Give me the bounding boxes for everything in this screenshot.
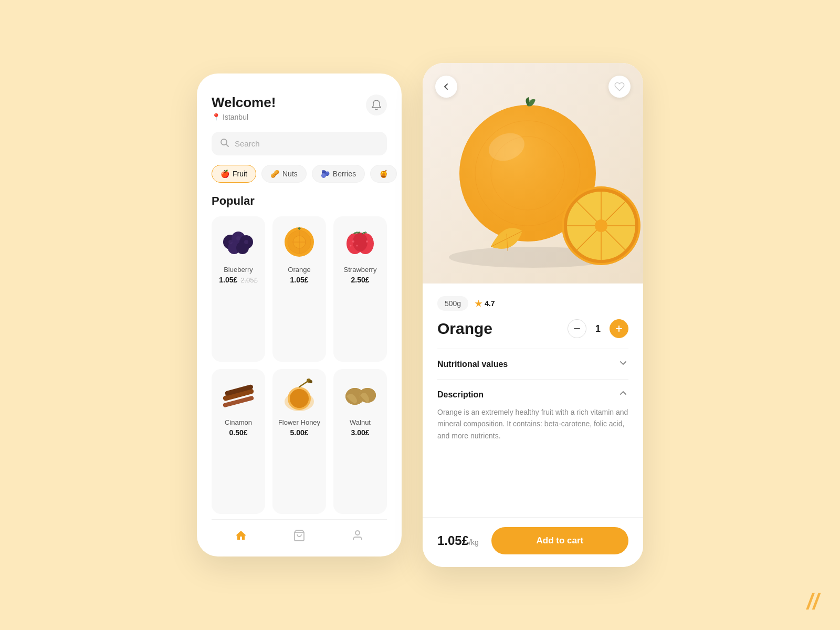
- favorite-button[interactable]: [608, 76, 631, 98]
- product-prices-flower-honey: 5.00£: [290, 428, 308, 437]
- product-card-strawberry[interactable]: Strawberry 2.50£: [333, 216, 387, 362]
- svg-point-7: [236, 236, 240, 240]
- svg-point-21: [350, 245, 352, 247]
- product-prices-strawberry: 2.50£: [351, 276, 369, 284]
- notification-bell-button[interactable]: [366, 94, 387, 116]
- bottom-bar: 1.05£/kg Add to cart: [423, 517, 643, 567]
- price-current-blueberry: 1.05£: [219, 276, 237, 284]
- description-label: Description: [437, 390, 484, 400]
- quantity-control: 1: [568, 319, 628, 338]
- product-card-cinnamon[interactable]: Cinamon 0.50£: [212, 369, 265, 514]
- product-prices-cinnamon: 0.50£: [229, 428, 247, 437]
- product-image-walnut: [339, 376, 381, 413]
- berries-emoji: 🫐: [321, 170, 330, 178]
- fruit-emoji: 🍎: [220, 170, 229, 178]
- product-name-blueberry: Blueberry: [224, 266, 253, 274]
- description-section: Description Orange is an extremely healt…: [437, 379, 628, 450]
- nav-home[interactable]: [235, 529, 247, 542]
- add-to-cart-button[interactable]: Add to cart: [491, 527, 628, 554]
- nutritional-values-section: Nutritional values: [437, 349, 628, 379]
- honey-emoji: 🍯: [379, 170, 388, 178]
- svg-point-51: [595, 219, 607, 232]
- product-hero: [423, 63, 643, 284]
- header-left: Welcome! 📍 Istanbul: [212, 94, 276, 121]
- product-image-orange: [278, 224, 320, 260]
- product-prices-blueberry: 1.05£ 2.05£: [219, 276, 258, 284]
- description-header[interactable]: Description: [437, 388, 628, 401]
- product-prices-walnut: 3.00£: [351, 428, 369, 437]
- svg-point-6: [228, 240, 233, 244]
- location: 📍 Istanbul: [212, 113, 276, 121]
- nav-cart[interactable]: [293, 529, 306, 542]
- welcome-title: Welcome!: [212, 94, 276, 111]
- svg-point-32: [309, 380, 312, 383]
- search-bar[interactable]: Search: [212, 132, 387, 155]
- product-image-flower-honey: [278, 376, 320, 413]
- price-current-cinnamon: 0.50£: [229, 428, 247, 437]
- description-content: Orange is an extremely healthy fruit wit…: [437, 406, 628, 442]
- svg-point-19: [352, 240, 354, 243]
- product-detail: 500g ★ 4.7 Orange 1: [423, 284, 643, 517]
- popular-title: Popular: [212, 194, 387, 208]
- product-image-blueberry: [217, 224, 259, 260]
- rating-value: 4.7: [485, 299, 495, 308]
- price-amount: 1.05£: [437, 533, 469, 548]
- nuts-emoji: 🥜: [270, 170, 279, 178]
- decrease-quantity-button[interactable]: [568, 319, 586, 338]
- price-current-strawberry: 2.50£: [351, 276, 369, 284]
- back-button[interactable]: [435, 76, 457, 98]
- svg-point-8: [244, 240, 248, 244]
- product-image-strawberry: [339, 224, 381, 260]
- product-name-orange: Orange: [288, 266, 310, 274]
- category-nuts[interactable]: 🥜 Nuts: [261, 165, 307, 183]
- product-meta: 500g ★ 4.7: [437, 296, 628, 311]
- screens-container: Welcome! 📍 Istanbul Sear: [197, 63, 643, 567]
- increase-quantity-button[interactable]: [610, 319, 628, 338]
- price-unit: /kg: [469, 538, 479, 547]
- weight-badge: 500g: [437, 296, 468, 311]
- product-card-orange[interactable]: Orange 1.05£: [272, 216, 326, 362]
- price-current-orange: 1.05£: [290, 276, 308, 284]
- nav-profile[interactable]: [351, 529, 364, 542]
- location-text: Istanbul: [223, 113, 248, 121]
- product-price-display: 1.05£/kg: [437, 533, 479, 548]
- price-old-blueberry: 2.05£: [240, 276, 258, 284]
- left-screen: Welcome! 📍 Istanbul Sear: [197, 74, 402, 556]
- rating: ★ 4.7: [475, 299, 495, 309]
- star-icon: ★: [475, 299, 482, 309]
- svg-line-30: [299, 382, 307, 387]
- product-name-strawberry: Strawberry: [344, 266, 377, 274]
- svg-point-0: [221, 139, 227, 145]
- product-image-cinnamon: [217, 376, 259, 413]
- watermark: //: [807, 589, 819, 614]
- product-name-cinnamon: Cinamon: [225, 418, 252, 426]
- svg-point-29: [290, 389, 309, 408]
- product-title-row: Orange 1: [437, 319, 628, 338]
- berries-label: Berries: [333, 170, 356, 178]
- product-card-walnut[interactable]: Walnut 3.00£: [333, 369, 387, 514]
- svg-point-38: [355, 531, 360, 535]
- search-placeholder: Search: [235, 139, 260, 148]
- bottom-nav: [212, 519, 387, 546]
- product-prices-orange: 1.05£: [290, 276, 308, 284]
- product-name-flower-honey: Flower Honey: [278, 418, 320, 426]
- category-fruit[interactable]: 🍎 Fruit: [212, 165, 256, 183]
- price-value: 1.05£/kg: [437, 533, 479, 548]
- category-berries[interactable]: 🫐 Berries: [312, 165, 365, 183]
- products-grid: Blueberry 1.05£ 2.05£: [212, 216, 387, 514]
- header: Welcome! 📍 Istanbul: [212, 94, 387, 121]
- price-current-walnut: 3.00£: [351, 428, 369, 437]
- fruit-label: Fruit: [233, 170, 247, 178]
- svg-point-20: [356, 245, 358, 247]
- product-card-flower-honey[interactable]: Flower Honey 5.00£: [272, 369, 326, 514]
- nutritional-values-chevron-down-icon: [618, 358, 628, 371]
- product-title: Orange: [437, 320, 492, 338]
- product-card-blueberry[interactable]: Blueberry 1.05£ 2.05£: [212, 216, 265, 362]
- svg-point-22: [366, 240, 368, 243]
- nutritional-values-header[interactable]: Nutritional values: [437, 358, 628, 371]
- categories-row: 🍎 Fruit 🥜 Nuts 🫐 Berries 🍯: [212, 165, 387, 183]
- search-icon: [220, 138, 229, 149]
- category-honey[interactable]: 🍯: [370, 165, 397, 183]
- nuts-label: Nuts: [282, 170, 298, 178]
- description-chevron-up-icon: [618, 388, 628, 401]
